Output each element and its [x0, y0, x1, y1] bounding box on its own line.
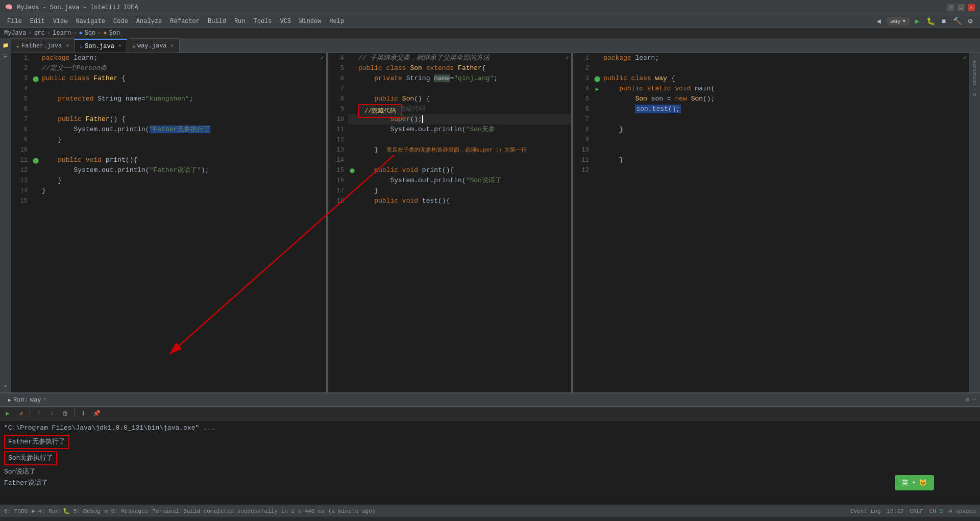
- run-trash-button[interactable]: 🗑: [60, 408, 71, 419]
- menu-window[interactable]: Window: [296, 17, 324, 26]
- run-output: "C:\Program Files\Java\jdk1.8.0_131\bin\…: [0, 420, 980, 505]
- run-button[interactable]: ▶: [912, 16, 923, 27]
- run-info-button[interactable]: ℹ: [78, 408, 89, 419]
- code-line-4: 4: [11, 84, 326, 94]
- close-button[interactable]: ✕: [968, 4, 975, 11]
- tab-father-label: Father.java: [21, 42, 62, 49]
- output-father-line: Father无参执行了: [4, 434, 976, 450]
- menu-build[interactable]: Build: [205, 17, 229, 26]
- way-line-12: 12: [573, 165, 969, 176]
- run-pin-button[interactable]: 📌: [91, 408, 102, 419]
- tab-son-java[interactable]: ☕ Son.java ×: [75, 39, 127, 53]
- build-icon[interactable]: 🔨: [951, 16, 963, 27]
- breadcrumb-son1[interactable]: Son: [85, 30, 96, 37]
- menu-analyze[interactable]: Analyze: [133, 17, 165, 26]
- code-line-12: 12 System.out.println("Father说话了");: [11, 165, 326, 176]
- status-run[interactable]: ▶ 4: Run: [32, 508, 59, 514]
- status-terminal[interactable]: Terminal: [152, 508, 179, 514]
- sidebar-project-icon[interactable]: 📁: [1, 41, 10, 50]
- maximize-button[interactable]: □: [958, 4, 965, 11]
- tab-son-close[interactable]: ×: [118, 43, 121, 49]
- run-up-button[interactable]: ↑: [33, 408, 44, 419]
- menu-code[interactable]: Code: [110, 17, 131, 26]
- app-icon: 🧠: [5, 4, 13, 11]
- right-sidebar: Z - Structure: [969, 53, 980, 392]
- status-lang: CH S: [929, 508, 943, 514]
- tab-way-java[interactable]: ☕ way.java ×: [127, 39, 180, 53]
- settings-icon[interactable]: ⚙: [965, 16, 976, 27]
- sidebar-structure-icon[interactable]: ☰: [1, 52, 10, 61]
- way-line-11: 11 }: [573, 155, 969, 165]
- output-father-talk: Father说话了: [4, 478, 976, 489]
- breadcrumb-learn[interactable]: learn: [53, 30, 71, 37]
- breadcrumb-son2[interactable]: Son: [109, 30, 120, 37]
- tab-father-close[interactable]: ×: [66, 43, 69, 49]
- son-line-4: 4 // 子类继承父类，就继承了父类全部的方法: [328, 53, 571, 63]
- way-line-1: 1 package learn;: [573, 53, 969, 63]
- run-config-selector[interactable]: way ▼: [887, 17, 910, 26]
- code-line-5: 5 protected String name="kuangshen";: [11, 94, 326, 104]
- sidebar-favorites-icon[interactable]: ★: [1, 381, 10, 390]
- tab-way-close[interactable]: ×: [171, 43, 174, 49]
- son-output-highlight: Son无参执行了: [4, 451, 57, 465]
- menu-edit[interactable]: Edit: [27, 17, 48, 26]
- status-time: 10:17: [887, 508, 903, 514]
- way-line-6: 6 son.test();: [573, 104, 969, 114]
- menu-help[interactable]: Help: [326, 17, 347, 26]
- code-line-11: 11 ⬤ public void print(){: [11, 155, 326, 165]
- status-debug[interactable]: 🐛 5: Debug: [63, 508, 100, 514]
- status-todo[interactable]: 6: TODO: [4, 508, 28, 514]
- father-output-highlight: Father无参执行了: [4, 435, 69, 449]
- son-line-17: 17 }: [328, 186, 571, 196]
- run-down-button[interactable]: ↓: [46, 408, 58, 419]
- status-left: 6: TODO ▶ 4: Run 🐛 5: Debug ✉ 0: Message…: [4, 508, 375, 514]
- back-icon[interactable]: ◀: [873, 16, 885, 27]
- breadcrumb-src[interactable]: src: [34, 30, 45, 37]
- breadcrumb-myjava[interactable]: MyJava: [4, 30, 26, 37]
- editor-way: ✓ 1 package learn; 2: [573, 53, 969, 392]
- run-tab-close[interactable]: ×: [43, 397, 46, 403]
- run-config-label: way: [891, 18, 901, 24]
- menu-view[interactable]: View: [50, 17, 71, 26]
- breadcrumb-son2-icon: ●: [103, 30, 107, 37]
- status-event-log[interactable]: Event Log: [850, 508, 880, 514]
- run-label: Run:: [13, 396, 28, 404]
- debug-button[interactable]: 🐛: [925, 16, 936, 27]
- bottom-settings-icon[interactable]: ⚙: [966, 396, 969, 404]
- editor-right-status: ✓: [963, 54, 967, 62]
- menu-refactor[interactable]: Refactor: [167, 17, 203, 26]
- editors-area: 📁 ☰ ★ ☕ Father.java × ☕ Son.java ×: [0, 39, 980, 392]
- tab-father-java[interactable]: ☕ Father.java ×: [11, 39, 75, 53]
- run-tab[interactable]: ▶ Run: way ×: [4, 393, 50, 406]
- menu-file[interactable]: File: [4, 17, 25, 26]
- left-sidebar: 📁 ☰ ★: [0, 39, 11, 392]
- status-lang-indicator: S: [940, 508, 943, 514]
- stop-button[interactable]: ■: [938, 16, 949, 27]
- son-line-6: 6 private String name="qinjiang";: [328, 73, 571, 84]
- way-line-8: 8 }: [573, 125, 969, 135]
- editor-way-code[interactable]: 1 package learn; 2 3: [573, 53, 969, 392]
- output-son-line: Son无参执行了: [4, 450, 976, 466]
- son-line-5: 5 public class Son extends Father{: [328, 63, 571, 73]
- editors-row: ✓ 1 package learn; 2 //定义一个Person类: [11, 53, 980, 392]
- run-play-button[interactable]: ▶: [2, 408, 13, 419]
- toolbar-divider: [30, 409, 30, 417]
- menu-run[interactable]: Run: [231, 17, 249, 26]
- editor-father-code[interactable]: 1 package learn; 2 //定义一个Person类 3: [11, 53, 326, 392]
- status-indent[interactable]: 4 spaces: [949, 508, 976, 514]
- minimize-button[interactable]: ─: [947, 4, 954, 11]
- status-messages[interactable]: ✉ 0: Messages: [104, 508, 148, 514]
- menu-tools[interactable]: Tools: [251, 17, 275, 26]
- way-line-3: 3 ⬤ public class way {: [573, 73, 969, 84]
- run-reload-button[interactable]: ↺: [15, 408, 27, 419]
- menu-vcs[interactable]: VCS: [277, 17, 295, 26]
- status-crlf[interactable]: CRLF: [910, 508, 923, 514]
- son-line-8: 8 public Son() {: [328, 94, 571, 104]
- code-line-14: 14 }: [11, 186, 326, 196]
- editor-left-status: ✓: [321, 54, 324, 62]
- menu-navigate[interactable]: Navigate: [72, 17, 108, 26]
- structure-label: Z - Structure: [972, 60, 977, 96]
- bottom-minimize-icon[interactable]: ─: [972, 396, 976, 404]
- notification-badge: 英 • 🐱: [895, 475, 934, 490]
- breadcrumb-son-icon: ●: [79, 30, 82, 37]
